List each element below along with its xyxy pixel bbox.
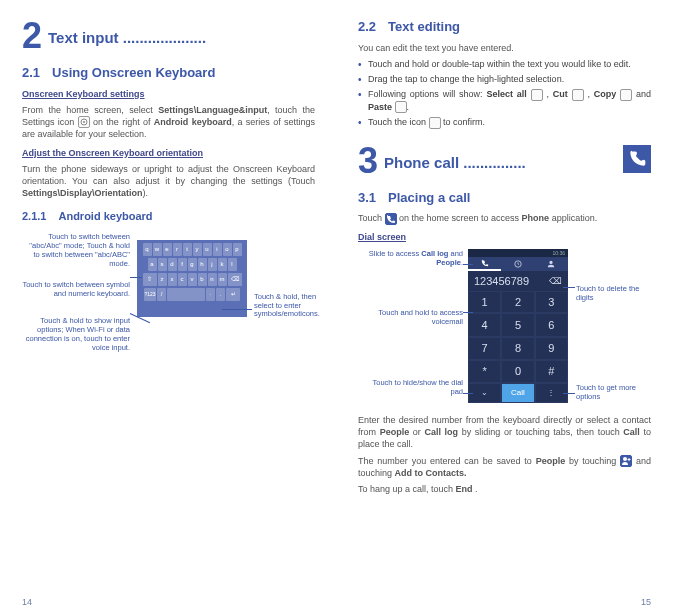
keyboard-diagram: q w e r t y u i o p a s d f g h j k l xyxy=(22,232,315,381)
heading-dial-screen: Dial screen xyxy=(358,231,651,243)
add-contact-icon xyxy=(620,455,632,467)
key: n xyxy=(208,273,217,286)
key: l xyxy=(228,258,237,271)
page-right: 2.2Text editing You can edit the text yo… xyxy=(336,0,673,616)
dial-key: * xyxy=(468,360,501,383)
key: d xyxy=(168,258,177,271)
key: / xyxy=(157,288,166,301)
key: y xyxy=(193,243,202,256)
key: q xyxy=(143,243,152,256)
backspace-icon: ⌫ xyxy=(549,275,562,287)
page-number: 14 xyxy=(22,596,32,608)
key: j xyxy=(208,258,217,271)
phone-tabs xyxy=(468,257,568,271)
number-display: 123456789 ⌫ xyxy=(468,271,568,291)
chapter-number: 3 xyxy=(358,143,378,179)
paste-icon xyxy=(395,101,407,113)
key: m xyxy=(218,273,227,286)
svg-point-4 xyxy=(623,457,627,461)
key: t xyxy=(183,243,192,256)
gear-icon xyxy=(78,116,90,128)
key: i xyxy=(213,243,222,256)
dial-key: 9 xyxy=(535,337,568,360)
key: w xyxy=(153,243,162,256)
bullet: Touch the icon to confirm. xyxy=(358,116,651,129)
dial-key: 0 xyxy=(501,360,534,383)
dial-key: 4 xyxy=(468,313,501,336)
para-orient: Turn the phone sideways or upright to ad… xyxy=(22,163,315,199)
key-space xyxy=(167,288,205,301)
para-enter-number: Enter the desired number from the keyboa… xyxy=(358,414,651,450)
key-sym: ?123 xyxy=(144,288,156,301)
chapter-title: Phone call ............... xyxy=(384,153,526,173)
tab-calllog xyxy=(501,257,534,271)
key: x xyxy=(168,273,177,286)
dial-key: # xyxy=(535,360,568,383)
svg-point-3 xyxy=(550,261,553,264)
para-phone-access: Touch on the home screen to access Phone… xyxy=(358,212,651,225)
status-bar: 10:36 xyxy=(468,249,568,257)
bullet: Drag the tap to change the high-lighted … xyxy=(358,73,651,85)
key-enter: ↵ xyxy=(226,288,240,301)
key: r xyxy=(173,243,182,256)
phone-icon xyxy=(623,145,651,173)
dial-key: 1 xyxy=(468,291,501,313)
dial-callout-hide: Touch to hide/show the dial pad xyxy=(358,378,463,396)
page-left: 2 Text input .................... 2.1Usi… xyxy=(0,0,336,616)
copy-icon xyxy=(620,89,632,101)
phone-mock: 10:36 123456789 ⌫ 1 2 3 4 5 6 7 8 9 * xyxy=(468,249,568,403)
kb-callout-sym: Touch to switch between symbol and numer… xyxy=(22,280,130,298)
heading-onscreen-kb-settings: Onscreen Keyboard settings xyxy=(22,88,315,100)
key: p xyxy=(233,243,242,256)
key: k xyxy=(218,258,227,271)
key: . xyxy=(216,288,225,301)
section-2-1: 2.1Using Onscreen Keyboard xyxy=(22,64,315,82)
chapter-2-header: 2 Text input .................... xyxy=(22,18,315,54)
cut-icon xyxy=(572,89,584,101)
dialpad: 1 2 3 4 5 6 7 8 9 * 0 # xyxy=(468,291,568,383)
kb-callout-emoticon: Touch & hold, then select to enter symbo… xyxy=(254,292,334,318)
key: u xyxy=(203,243,212,256)
dial-callout-delete: Touch to delete the digits xyxy=(576,284,656,302)
android-keyboard: q w e r t y u i o p a s d f g h j k l xyxy=(137,240,247,317)
section-3-1: 3.1Placing a call xyxy=(358,189,651,207)
page-number: 15 xyxy=(641,596,651,608)
dial-key: 5 xyxy=(501,313,534,336)
key: v xyxy=(188,273,197,286)
phone-bottom-bar: ⌄ Call ⋮ xyxy=(468,383,568,403)
para-save-contact: The number you entered can be saved to P… xyxy=(358,455,651,480)
key-emoticon: · xyxy=(206,288,215,301)
para-edit-intro: You can edit the text you have entered. xyxy=(358,42,651,54)
confirm-icon xyxy=(429,117,441,129)
key: e xyxy=(163,243,172,256)
kb-callout-shift: Touch to switch between "abc/Abc" mode; … xyxy=(22,232,130,268)
key: c xyxy=(178,273,187,286)
key: a xyxy=(148,258,157,271)
call-button: Call xyxy=(501,383,534,403)
tab-people xyxy=(535,257,568,271)
key: f xyxy=(178,258,187,271)
key: z xyxy=(158,273,167,286)
dial-key: 3 xyxy=(535,291,568,313)
key: b xyxy=(198,273,207,286)
heading-adjust-orientation: Adjust the Onscreen Keyboard orientation xyxy=(22,147,315,159)
key: h xyxy=(198,258,207,271)
dial-callout-more: Touch to get more options xyxy=(576,383,656,401)
key: s xyxy=(158,258,167,271)
chapter-3-header: 3 Phone call ............... xyxy=(358,143,651,179)
chapter-title: Text input .................... xyxy=(48,28,206,48)
dial-key: 6 xyxy=(535,313,568,336)
section-2-2: 2.2Text editing xyxy=(358,18,651,36)
phone-app-icon xyxy=(385,213,397,225)
bullet: Following options will show: Select all … xyxy=(358,88,651,113)
key-backspace: ⌫ xyxy=(228,273,242,286)
chapter-number: 2 xyxy=(22,18,42,54)
dial-key: 2 xyxy=(501,291,534,313)
dial-key: 8 xyxy=(501,337,534,360)
bullet: Touch and hold or double-tap within the … xyxy=(358,58,651,70)
edit-bullets: Touch and hold or double-tap within the … xyxy=(358,58,651,129)
status-time: 10:36 xyxy=(552,250,565,256)
dialed-number: 123456789 xyxy=(474,274,529,289)
section-2-1-1: 2.1.1Android keyboard xyxy=(22,209,315,224)
para-hangup: To hang up a call, touch End . xyxy=(358,483,651,495)
